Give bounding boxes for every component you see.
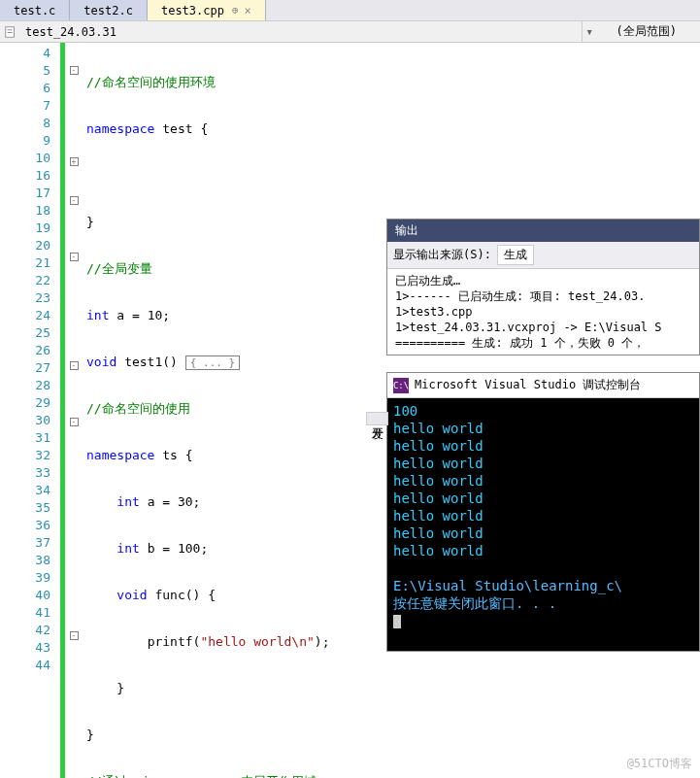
fold-toggle[interactable]: - (70, 196, 79, 205)
console-line: hello world (393, 542, 693, 559)
tab-test3-cpp[interactable]: test3.cpp ⊕ × (148, 0, 266, 20)
pin-icon[interactable]: ⊕ (232, 4, 239, 17)
fold-toggle[interactable]: - (70, 631, 79, 640)
console-line: hello world (393, 507, 693, 524)
svg-rect-1 (8, 29, 13, 30)
breadcrumb-file[interactable]: test_24.03.31 (21, 25, 582, 39)
console-line: hello world (393, 524, 693, 542)
output-line: 1>test3.cpp (395, 304, 691, 320)
watermark: @51CTO博客 (627, 756, 692, 772)
output-source-label: 显示输出来源(S): (393, 247, 491, 263)
console-line: hello world (393, 472, 693, 490)
output-toolbar: 显示输出来源(S): 生成 (387, 242, 699, 268)
output-title: 输出 (387, 220, 699, 242)
console-line: hello world (393, 420, 693, 437)
tab-test-c[interactable]: test.c (0, 0, 70, 20)
output-line: 1>test_24.03.31.vcxproj -> E:\Visual S (395, 320, 691, 335)
fold-toggle[interactable]: - (70, 66, 79, 75)
tab-bar: test.c test2.c test3.cpp ⊕ × (0, 0, 700, 21)
tab-test2-c[interactable]: test2.c (70, 0, 148, 20)
console-panel: 开发 C:\ Microsoft Visual Studio 调试控制台 100… (386, 372, 700, 652)
svg-rect-2 (8, 32, 13, 33)
fold-column: -+----- (65, 43, 83, 778)
collapsed-region[interactable]: { ... } (185, 355, 240, 370)
chevron-down-icon[interactable]: ▾ (582, 21, 597, 42)
output-source-select[interactable]: 生成 (497, 245, 534, 265)
vs-icon: C:\ (393, 378, 409, 393)
console-line: E:\Visual Studio\learning_c\ (393, 577, 693, 594)
console-titlebar: C:\ Microsoft Visual Studio 调试控制台 (387, 373, 699, 398)
console-title: Microsoft Visual Studio 调试控制台 (415, 377, 641, 393)
file-icon (4, 25, 17, 39)
console-line: hello world (393, 490, 693, 507)
fold-toggle[interactable]: - (70, 418, 79, 426)
console-body[interactable]: 100hello worldhello worldhello worldhell… (387, 398, 699, 651)
console-line: 按任意键关闭此窗口. . . (393, 594, 693, 612)
output-line: 已启动生成… (395, 273, 691, 288)
fold-toggle[interactable]: + (70, 157, 79, 166)
fold-toggle[interactable]: - (70, 361, 79, 370)
close-icon[interactable]: × (245, 4, 251, 17)
output-line: ========== 生成: 成功 1 个，失败 0 个， (395, 335, 691, 351)
output-panel: 输出 显示输出来源(S): 生成 已启动生成…1>------ 已启动生成: 项… (386, 219, 700, 355)
output-body[interactable]: 已启动生成…1>------ 已启动生成: 项目: test_24.03.1>t… (387, 268, 699, 355)
console-line: 100 (393, 402, 693, 420)
console-line (393, 559, 693, 577)
line-gutter: 4567891016171819202122232425262728293031… (0, 43, 60, 778)
console-line: hello world (393, 455, 693, 472)
output-line: 1>------ 已启动生成: 项目: test_24.03. (395, 288, 691, 304)
console-line: hello world (393, 437, 693, 455)
side-tab[interactable]: 开发 (366, 412, 388, 425)
fold-toggle[interactable]: - (70, 253, 79, 261)
breadcrumb: test_24.03.31 ▾ (全局范围) (0, 21, 700, 43)
breadcrumb-scope[interactable]: (全局范围) (597, 21, 696, 42)
